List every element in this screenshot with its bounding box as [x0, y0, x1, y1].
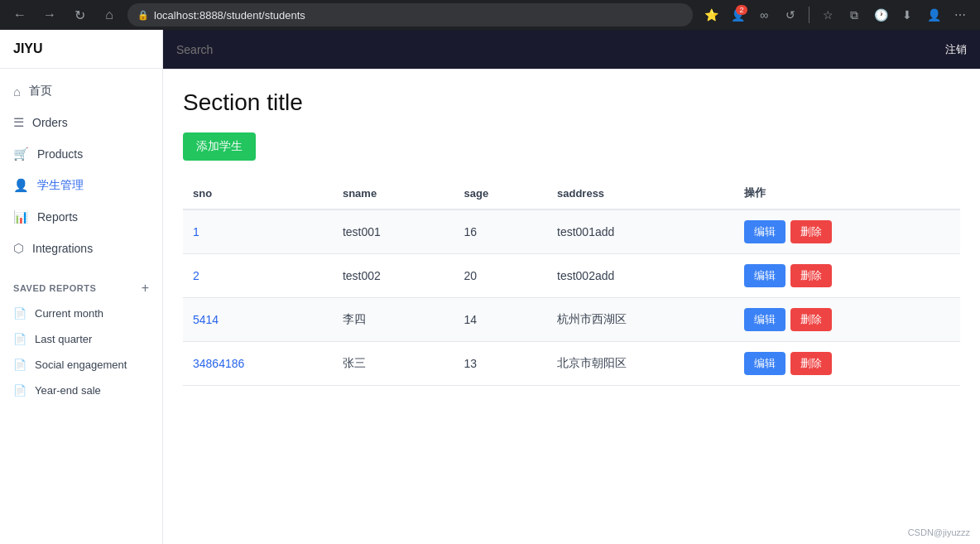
reports-icon: 📊: [13, 209, 29, 224]
cell-sname: 张三: [333, 342, 454, 386]
sidebar-item-orders[interactable]: ☰ Orders: [0, 107, 162, 138]
cell-saddress: 北京市朝阳区: [547, 342, 734, 386]
action-buttons: 编辑 删除: [744, 264, 950, 287]
col-sname: sname: [333, 177, 454, 209]
add-saved-report-button[interactable]: +: [142, 281, 149, 296]
home-button[interactable]: ⌂: [98, 3, 121, 26]
saved-report-year-end-sale-label: Year-end sale: [35, 384, 101, 397]
forward-button[interactable]: →: [38, 3, 61, 26]
page-title: Section title: [183, 89, 960, 116]
cell-sage: 20: [454, 254, 547, 298]
sidebar-nav: ⌂ 首页 ☰ Orders 🛒 Products 👤 学生管理 📊 Report…: [0, 69, 162, 271]
saved-report-year-end-sale[interactable]: 📄 Year-end sale: [0, 378, 162, 403]
app-header: 注销: [163, 30, 980, 70]
report-icon-3: 📄: [13, 359, 26, 371]
sidebar-item-orders-label: Orders: [32, 116, 68, 129]
feature1-button[interactable]: ∞: [752, 3, 776, 26]
delete-button[interactable]: 删除: [790, 352, 832, 375]
logout-button[interactable]: 注销: [945, 42, 967, 57]
saved-report-last-quarter-label: Last quarter: [35, 333, 92, 345]
saved-report-social-engagement[interactable]: 📄 Social engagement: [0, 352, 162, 378]
back-button[interactable]: ←: [8, 3, 31, 26]
sidebar: JIYU ⌂ 首页 ☰ Orders 🛒 Products 👤 学生管理 📊 R…: [0, 30, 163, 544]
table-row: 5414 李四 14 杭州市西湖区 编辑 删除: [183, 298, 960, 342]
cell-sname: test002: [333, 254, 454, 298]
saved-reports-list: 📄 Current month 📄 Last quarter 📄 Social …: [0, 301, 162, 403]
collections-button[interactable]: ⧉: [843, 3, 866, 26]
edit-button[interactable]: 编辑: [744, 352, 785, 375]
app-container: JIYU ⌂ 首页 ☰ Orders 🛒 Products 👤 学生管理 📊 R…: [0, 30, 980, 544]
cell-saddress: 杭州市西湖区: [547, 298, 734, 342]
saved-report-last-quarter[interactable]: 📄 Last quarter: [0, 326, 162, 352]
cell-saddress: test002add: [547, 254, 734, 298]
products-icon: 🛒: [13, 147, 29, 161]
edit-button[interactable]: 编辑: [744, 264, 785, 287]
table-row: 2 test002 20 test002add 编辑 删除: [183, 254, 960, 298]
action-buttons: 编辑 删除: [744, 352, 950, 375]
search-input[interactable]: [176, 43, 945, 56]
cell-actions: 编辑 删除: [734, 209, 960, 254]
edit-button[interactable]: 编辑: [744, 308, 785, 331]
sidebar-item-integrations[interactable]: ⬡ Integrations: [0, 233, 162, 264]
table-header-row: sno sname sage saddress 操作: [183, 177, 960, 209]
saved-report-social-engagement-label: Social engagement: [35, 359, 127, 371]
notification-badge: 2: [736, 5, 747, 15]
saved-report-current-month-label: Current month: [35, 307, 103, 320]
extensions-button[interactable]: ⭐: [699, 3, 723, 26]
integrations-icon: ⬡: [13, 241, 24, 256]
delete-button[interactable]: 删除: [790, 220, 832, 243]
action-buttons: 编辑 删除: [744, 308, 950, 331]
right-panel: 注销 Section title 添加学生 sno sname sage sad…: [163, 30, 980, 544]
col-sage: sage: [454, 177, 547, 209]
more-button[interactable]: ⋯: [949, 3, 972, 26]
action-buttons: 编辑 删除: [744, 220, 950, 243]
sidebar-item-products-label: Products: [37, 147, 83, 161]
delete-button[interactable]: 删除: [790, 264, 832, 287]
saved-report-current-month[interactable]: 📄 Current month: [0, 301, 162, 326]
student-icon: 👤: [13, 178, 29, 193]
cell-sno: 34864186: [183, 342, 333, 386]
report-icon-2: 📄: [13, 333, 26, 345]
col-saddress: saddress: [547, 177, 734, 209]
sidebar-item-home[interactable]: ⌂ 首页: [0, 75, 162, 107]
cell-actions: 编辑 删除: [734, 254, 960, 298]
add-student-button[interactable]: 添加学生: [183, 132, 256, 161]
browser-actions: ⭐ 👤 2 ∞ ↺ ☆ ⧉ 🕐 ⬇ 👤 ⋯: [699, 3, 972, 26]
address-bar[interactable]: 🔒 localhost:8888/student/students: [127, 3, 693, 26]
orders-icon: ☰: [13, 115, 24, 130]
table-row: 1 test001 16 test001add 编辑 删除: [183, 209, 960, 254]
col-actions: 操作: [734, 177, 960, 209]
sidebar-item-products[interactable]: 🛒 Products: [0, 138, 162, 170]
profile-button[interactable]: 👤 2: [726, 3, 749, 26]
table-row: 34864186 张三 13 北京市朝阳区 编辑 删除: [183, 342, 960, 386]
reload-button[interactable]: ↻: [68, 3, 91, 26]
cell-sage: 13: [454, 342, 547, 386]
sidebar-item-student[interactable]: 👤 学生管理: [0, 170, 162, 201]
sidebar-item-reports-label: Reports: [37, 210, 78, 224]
cell-sname: 李四: [333, 298, 454, 342]
report-icon-1: 📄: [13, 307, 26, 320]
history-button[interactable]: 🕐: [869, 3, 892, 26]
favorites-button[interactable]: ☆: [816, 3, 839, 26]
sidebar-item-home-label: 首页: [29, 84, 52, 99]
students-table: sno sname sage saddress 操作 1 test001 16 …: [183, 177, 960, 386]
cell-actions: 编辑 删除: [734, 342, 960, 386]
download-button[interactable]: ⬇: [896, 3, 919, 26]
lock-icon: 🔒: [137, 10, 149, 21]
saved-reports-title: SAVED REPORTS: [13, 283, 96, 293]
refresh-button[interactable]: ↺: [779, 3, 802, 26]
edit-button[interactable]: 编辑: [744, 220, 785, 243]
sidebar-item-reports[interactable]: 📊 Reports: [0, 201, 162, 233]
sidebar-item-student-label: 学生管理: [37, 178, 84, 193]
cell-sno: 5414: [183, 298, 333, 342]
cell-sno: 1: [183, 209, 333, 254]
account-button[interactable]: 👤: [922, 3, 945, 26]
main-content: Section title 添加学生 sno sname sage saddre…: [163, 70, 980, 544]
saved-reports-section: SAVED REPORTS +: [0, 271, 162, 301]
delete-button[interactable]: 删除: [790, 308, 832, 331]
report-icon-4: 📄: [13, 384, 26, 397]
sidebar-item-integrations-label: Integrations: [32, 242, 93, 255]
cell-saddress: test001add: [547, 209, 734, 254]
col-sno: sno: [183, 177, 333, 209]
cell-sage: 14: [454, 298, 547, 342]
